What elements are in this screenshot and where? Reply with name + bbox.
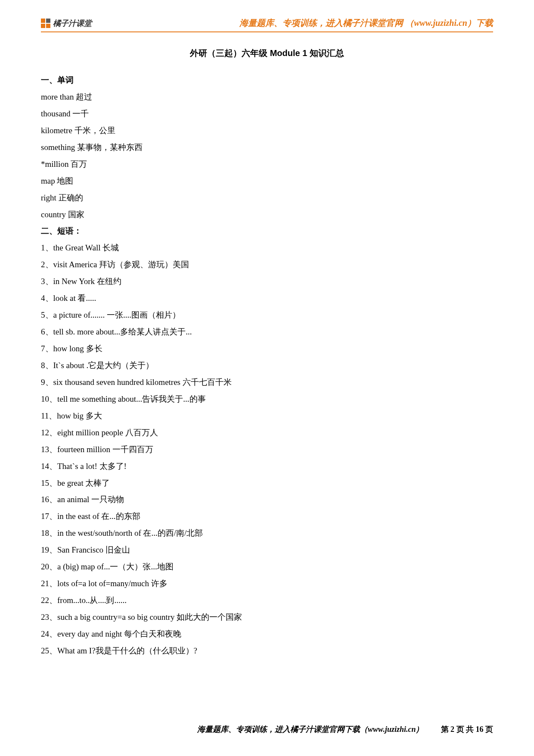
phrase-item: 14、That`s a lot! 太多了! xyxy=(41,458,493,475)
phrase-item: 10、tell me something about...告诉我关于...的事 xyxy=(41,391,493,408)
vocab-item: country 国家 xyxy=(41,206,493,223)
vocab-item: *million 百万 xyxy=(41,156,493,173)
header-right-text: 海量题库、专项训练，进入橘子汁课堂官网 （www.juzizhi.cn）下载 xyxy=(239,17,493,29)
phrase-item: 13、fourteen million 一千四百万 xyxy=(41,441,493,458)
logo-block: 橘子汁课堂 xyxy=(41,18,92,28)
phrase-item: 23、such a big country=a so big country 如… xyxy=(41,609,493,626)
vocab-item: map 地图 xyxy=(41,173,493,190)
vocab-item: thousand 一千 xyxy=(41,106,493,122)
logo-text: 橘子汁课堂 xyxy=(53,18,92,28)
footer-left-text: 海量题库、专项训练，进入橘子汁课堂官网下载（www.juzizhi.cn） xyxy=(197,724,423,734)
vocab-item: right 正确的 xyxy=(41,190,493,206)
phrase-item: 21、lots of=a lot of=many/much 许多 xyxy=(41,575,493,592)
phrase-item: 19、San Francisco 旧金山 xyxy=(41,542,493,559)
phrase-item: 12、eight million people 八百万人 xyxy=(41,425,493,441)
phrase-item: 22、from...to..从....到...... xyxy=(41,592,493,609)
phrase-item: 20、a (big) map of...一（大）张...地图 xyxy=(41,559,493,575)
phrase-item: 4、look at 看..... xyxy=(41,290,493,307)
phrase-item: 3、in New York 在纽约 xyxy=(41,273,493,290)
phrase-item: 8、It`s about .它是大约（关于） xyxy=(41,357,493,374)
phrase-item: 11、how big 多大 xyxy=(41,408,493,425)
page-header: 橘子汁课堂 海量题库、专项训练，进入橘子汁课堂官网 （www.juzizhi.c… xyxy=(41,17,493,32)
phrase-item: 17、in the east of 在...的东部 xyxy=(41,508,493,525)
section-1-head: 一、单词 xyxy=(41,72,493,89)
page-footer: 海量题库、专项训练，进入橘子汁课堂官网下载（www.juzizhi.cn） 第 … xyxy=(41,724,493,734)
phrase-item: 7、how long 多长 xyxy=(41,341,493,357)
phrase-item: 25、What am I?我是干什么的（什么职业）? xyxy=(41,643,493,659)
phrase-item: 2、visit America 拜访（参观、游玩）美国 xyxy=(41,256,493,273)
vocab-item: something 某事物，某种东西 xyxy=(41,139,493,156)
vocab-item: kilometre 千米，公里 xyxy=(41,122,493,139)
phrase-item: 16、an animal 一只动物 xyxy=(41,491,493,508)
phrase-item: 24、every day and night 每个白天和夜晚 xyxy=(41,626,493,643)
footer-page-number: 第 2 页 共 16 页 xyxy=(441,724,494,734)
section-2-head: 二、短语： xyxy=(41,223,493,240)
logo-icon xyxy=(41,19,50,28)
phrase-item: 15、be great 太棒了 xyxy=(41,475,493,492)
phrase-item: 18、in the west/south/north of 在...的西/南/北… xyxy=(41,525,493,542)
phrase-item: 1、the Great Wall 长城 xyxy=(41,240,493,256)
page-title: 外研（三起）六年级 Module 1 知识汇总 xyxy=(41,47,493,59)
phrase-item: 9、six thousand seven hundred kilometres … xyxy=(41,374,493,391)
vocab-item: more than 超过 xyxy=(41,89,493,106)
phrase-item: 5、a picture of....... 一张....图画（相片） xyxy=(41,307,493,324)
content-body: 一、单词 more than 超过 thousand 一千 kilometre … xyxy=(41,72,493,659)
phrase-item: 6、tell sb. more about...多给某人讲点关于... xyxy=(41,324,493,341)
